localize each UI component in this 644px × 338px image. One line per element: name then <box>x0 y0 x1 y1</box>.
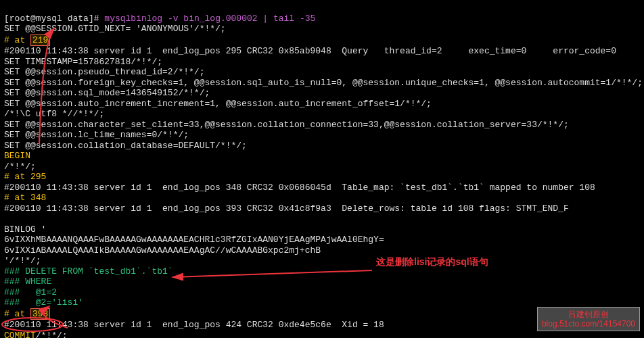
watermark-line1: 吕建钊原创 <box>542 310 635 319</box>
out-l8: SET @@session.auto_increment_increment=1… <box>4 99 432 109</box>
out-l2: # at 219 <box>4 35 50 45</box>
out-l5: SET @@session.pseudo_thread_id=2/*!*/; <box>4 67 204 77</box>
out-l17: # at 348 <box>4 193 46 203</box>
out-l22: 6vIXXiABAAAALQAAAIkBAAAAAGwAAAAAAAEAAgAC… <box>4 245 321 256</box>
out-l10: SET @@session.character_set_client=33,@@… <box>4 120 569 130</box>
out-l4: SET TIMESTAMP=1578627818/*!*/; <box>4 57 162 67</box>
command-text: mysqlbinlog -v bin_log.000002 | tail -35 <box>104 14 315 24</box>
out-where: ### WHERE <box>4 276 51 287</box>
out-l23: '/*!*/; <box>4 256 41 266</box>
out-l1: SET @@SESSION.GTID_NEXT= 'ANONYMOUS'/*!*… <box>4 24 226 34</box>
out-commit: COMMIT/*!*/; <box>4 331 68 339</box>
prompt-line: [root@mysql data]# <box>4 14 104 24</box>
out-l3: #200110 11:43:38 server id 1 end_log_pos… <box>4 46 616 56</box>
out-l18: #200110 11:43:38 server id 1 end_log_pos… <box>4 203 569 214</box>
annotation-text: 这是删除lisi记录的sql语句 <box>376 257 488 268</box>
out-l9: /*!\C utf8 *//*!*/; <box>4 109 104 119</box>
pos-219: 219 <box>30 34 50 47</box>
terminal-output: [root@mysql data]# mysqlbinlog -v bin_lo… <box>0 0 644 338</box>
out-l7: SET @@session.sql_mode=1436549152/*!*/; <box>4 88 210 98</box>
out-col1: ### @1=2 <box>4 287 57 297</box>
watermark-line2: blog.51cto.com/14154700 <box>542 319 635 329</box>
out-l12: SET @@session.collation_database=DEFAULT… <box>4 141 247 151</box>
out-l21: 6vIXXhMBAAAANQAAAFwBAAAAAGwAAAAAAAEACHRl… <box>4 235 384 245</box>
out-l29: #200110 11:43:38 server id 1 end_log_pos… <box>4 320 384 330</box>
out-l20: BINLOG ' <box>4 224 46 235</box>
out-l11: SET @@session.lc_time_names=0/*!*/; <box>4 130 189 140</box>
out-l28: # at 393 <box>4 309 50 319</box>
out-begin: BEGIN <box>4 151 30 161</box>
out-l15: # at 295 <box>4 172 46 182</box>
out-delete: ### DELETE FROM `test_db1`.`tb1` <box>4 266 173 276</box>
out-col2: ### @2='lisi' <box>4 297 83 308</box>
out-l14: /*!*/; <box>4 162 36 172</box>
watermark: 吕建钊原创 blog.51cto.com/14154700 <box>537 307 640 331</box>
pos-393: 393 <box>30 308 50 320</box>
out-l16: #200110 11:43:38 server id 1 end_log_pos… <box>4 183 595 193</box>
out-l6: SET @@session.foreign_key_checks=1, @@se… <box>4 78 643 88</box>
